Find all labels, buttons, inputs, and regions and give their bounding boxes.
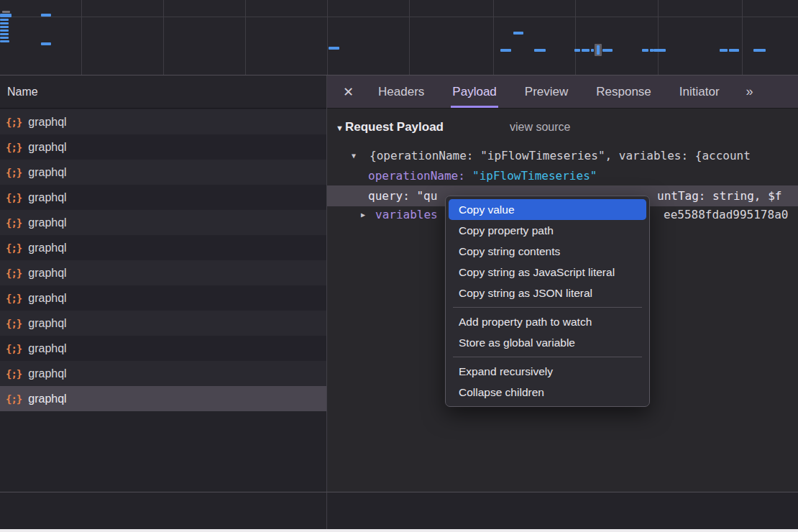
network-activity-bar: [753, 49, 766, 52]
devtools-network-panel: Name {;}graphql{;}graphql{;}graphql{;}gr…: [0, 0, 798, 532]
request-payload-section-header[interactable]: ▼ Request Payload view source: [327, 120, 798, 137]
menu-separator: [453, 307, 642, 308]
json-icon: {;}: [6, 142, 22, 153]
json-icon: {;}: [6, 217, 22, 229]
network-activity-bar: [329, 47, 339, 50]
payload-root-node[interactable]: ▼ {operationName: "ipFlowTimeseries", va…: [327, 149, 798, 163]
menu-item-copy-value[interactable]: Copy value: [449, 199, 646, 220]
request-row[interactable]: {;}graphql: [0, 109, 326, 134]
timeline-gridline: [658, 0, 659, 75]
more-tabs-icon[interactable]: »: [746, 84, 752, 99]
property-key: variables: [375, 208, 438, 221]
network-activity-bar: [500, 49, 511, 52]
network-activity-bar: [41, 42, 51, 45]
timeline-gridline: [81, 0, 82, 75]
expand-triangle-icon[interactable]: ▼: [352, 152, 356, 160]
tab-preview[interactable]: Preview: [523, 75, 569, 108]
menu-item-copy-property-path[interactable]: Copy property path: [449, 220, 646, 241]
variables-preview-text-continued: ee5588fdad995178a0: [664, 208, 788, 221]
network-activity-bar: [534, 49, 546, 52]
network-activity-bar: [729, 49, 739, 52]
network-activity-bar: [653, 49, 666, 52]
json-icon: {;}: [6, 318, 22, 329]
context-menu: Copy valueCopy property pathCopy string …: [445, 196, 650, 407]
network-activity-bar: [642, 49, 648, 52]
close-icon[interactable]: ✕: [343, 84, 354, 100]
network-activity-bar: [0, 19, 9, 21]
timeline-gridline: [163, 0, 164, 75]
menu-item-store-as-global-variable[interactable]: Store as global variable: [449, 332, 646, 353]
request-name-label: graphql: [28, 166, 66, 179]
request-row[interactable]: {;}graphql: [0, 311, 326, 336]
tab-payload[interactable]: Payload: [451, 75, 497, 108]
name-column-header[interactable]: Name: [0, 75, 326, 109]
network-activity-bar: [41, 14, 51, 17]
request-name-label: graphql: [28, 393, 66, 405]
network-activity-bar: [597, 45, 600, 55]
network-activity-bar: [574, 49, 580, 52]
request-name-label: graphql: [28, 116, 66, 129]
property-key: operationName:: [368, 169, 465, 183]
network-activity-bar: [0, 22, 9, 24]
tab-initiator[interactable]: Initiator: [678, 75, 721, 108]
tab-headers[interactable]: Headers: [377, 75, 426, 108]
request-name-label: graphql: [28, 317, 66, 330]
expand-triangle-icon[interactable]: ▶: [361, 211, 365, 219]
network-activity-bar: [0, 29, 9, 32]
menu-item-add-property-path-to-watch[interactable]: Add property path to watch: [449, 311, 646, 332]
json-icon: {;}: [6, 192, 22, 203]
menu-item-collapse-children[interactable]: Collapse children: [449, 382, 646, 403]
details-tab-bar: ✕ HeadersPayloadPreviewResponseInitiator…: [327, 75, 798, 109]
overview-divider-line: [0, 17, 798, 17]
payload-node-operationName[interactable]: operationName: "ipFlowTimeseries": [327, 169, 798, 183]
request-row[interactable]: {;}graphql: [0, 185, 326, 210]
view-source-link[interactable]: view source: [510, 121, 570, 134]
network-activity-bar: [591, 49, 594, 52]
request-row[interactable]: {;}graphql: [0, 160, 326, 185]
menu-item-copy-string-as-json-literal[interactable]: Copy string as JSON literal: [449, 283, 646, 303]
tab-response[interactable]: Response: [595, 75, 653, 108]
request-row[interactable]: {;}graphql: [0, 210, 326, 235]
request-row[interactable]: {;}graphql: [0, 134, 326, 160]
json-icon: {;}: [6, 343, 22, 354]
request-name-label: graphql: [28, 141, 66, 154]
request-list: {;}graphql{;}graphql{;}graphql{;}graphql…: [0, 109, 326, 411]
request-row[interactable]: {;}graphql: [0, 260, 326, 285]
network-overview-timeline[interactable]: [0, 0, 798, 75]
menu-item-copy-string-as-javascript-literal[interactable]: Copy string as JavaScript literal: [449, 262, 646, 283]
request-row[interactable]: {;}graphql: [0, 336, 326, 361]
request-row[interactable]: {;}graphql: [0, 285, 326, 311]
name-column-label: Name: [7, 86, 38, 98]
request-name-label: graphql: [28, 242, 66, 254]
timeline-gridline: [327, 0, 328, 75]
network-activity-bar: [0, 14, 12, 17]
request-name-label: graphql: [28, 292, 66, 305]
request-name-label: graphql: [28, 367, 66, 380]
payload-preview-text: {operationName: "ipFlowTimeseries", vari…: [370, 149, 751, 162]
collapse-triangle-icon[interactable]: ▼: [336, 124, 344, 132]
json-icon: {;}: [6, 368, 22, 380]
network-activity-bar: [513, 32, 523, 35]
request-name-label: graphql: [28, 342, 66, 355]
json-icon: {;}: [6, 293, 22, 304]
network-activity-bar: [0, 26, 9, 28]
status-bar-divider: [326, 492, 327, 529]
request-row[interactable]: {;}graphql: [0, 386, 326, 411]
request-row[interactable]: {;}graphql: [0, 235, 326, 260]
timeline-gridline: [742, 0, 743, 75]
json-icon: {;}: [6, 167, 22, 178]
json-icon: {;}: [6, 242, 22, 254]
property-value: "ipFlowTimeseries": [472, 169, 597, 183]
network-activity-bar: [0, 40, 9, 42]
network-activity-bar: [582, 49, 590, 52]
request-name-label: graphql: [28, 216, 66, 229]
section-title: Request Payload: [345, 120, 444, 134]
menu-item-copy-string-contents[interactable]: Copy string contents: [449, 241, 646, 262]
network-activity-bar: [0, 37, 9, 39]
network-activity-bar: [0, 33, 9, 35]
json-icon: {;}: [6, 393, 22, 405]
request-row[interactable]: {;}graphql: [0, 361, 326, 386]
menu-item-expand-recursively[interactable]: Expand recursively: [449, 361, 646, 382]
menu-separator: [453, 357, 642, 357]
query-property-text-continued: untTag: string, $f: [657, 189, 781, 203]
